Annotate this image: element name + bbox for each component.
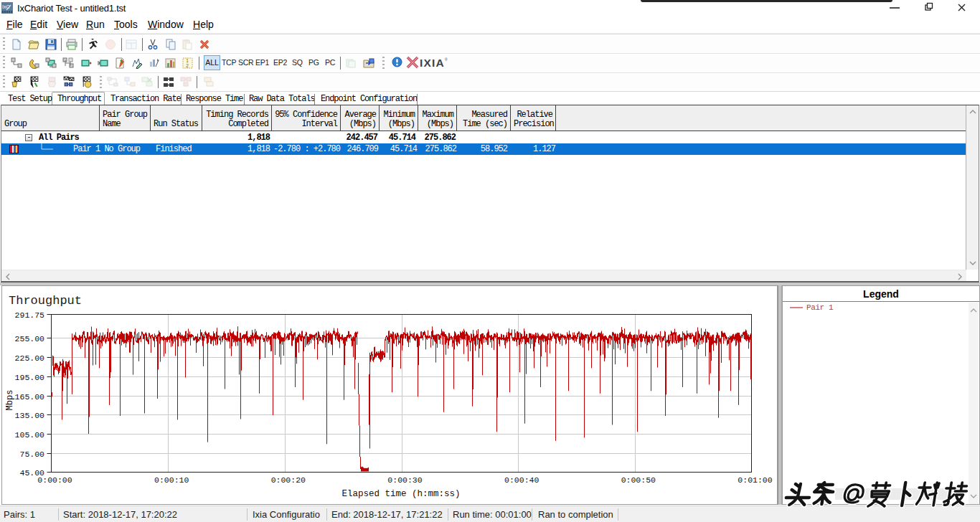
svg-text:0:00:10: 0:00:10 bbox=[154, 475, 189, 485]
svg-text:75.00: 75.00 bbox=[19, 450, 44, 459]
svg-text:IXIA: IXIA bbox=[420, 57, 445, 69]
svg-text:0:00:40: 0:00:40 bbox=[504, 475, 539, 485]
svg-text:1: 1 bbox=[186, 58, 189, 63]
svg-text:0:01:00: 0:01:00 bbox=[738, 475, 772, 485]
svg-text:195.00: 195.00 bbox=[15, 373, 45, 382]
svg-text:105.00: 105.00 bbox=[15, 430, 45, 440]
svg-text:291.75: 291.75 bbox=[15, 310, 45, 320]
svg-text:0:00:50: 0:00:50 bbox=[621, 475, 656, 485]
svg-text:Mbps: Mbps bbox=[5, 390, 15, 411]
svg-text:0:00:30: 0:00:30 bbox=[387, 475, 422, 485]
svg-text:2: 2 bbox=[186, 63, 189, 68]
svg-text:0:00:20: 0:00:20 bbox=[271, 475, 306, 485]
svg-text:Throughput: Throughput bbox=[9, 294, 82, 308]
svg-text:135.00: 135.00 bbox=[15, 411, 45, 420]
svg-text:255.00: 255.00 bbox=[15, 334, 45, 343]
svg-text:®: ® bbox=[445, 57, 448, 62]
svg-text:0:00:00: 0:00:00 bbox=[37, 475, 72, 485]
svg-text:165.00: 165.00 bbox=[15, 392, 45, 402]
svg-text:225.00: 225.00 bbox=[15, 353, 45, 363]
svg-text:Elapsed time (h:mm:ss): Elapsed time (h:mm:ss) bbox=[341, 489, 460, 499]
svg-text:IxC: IxC bbox=[2, 4, 10, 9]
